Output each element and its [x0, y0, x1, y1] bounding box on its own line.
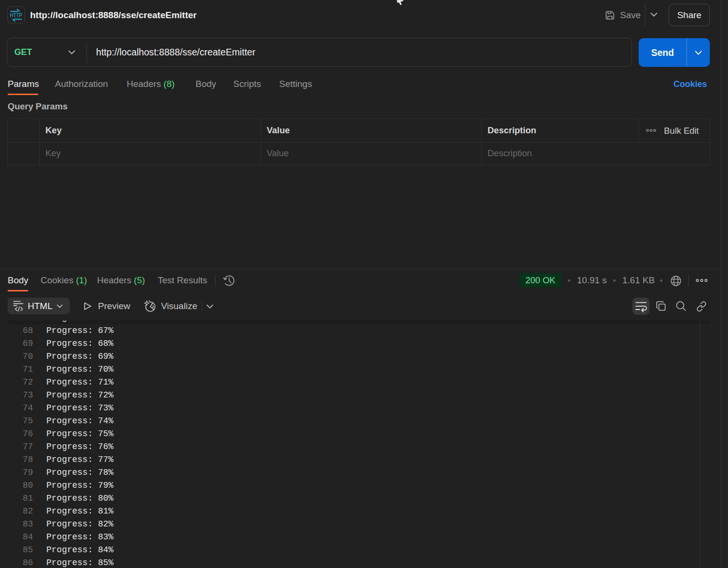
svg-text:HTTP: HTTP: [10, 11, 22, 19]
